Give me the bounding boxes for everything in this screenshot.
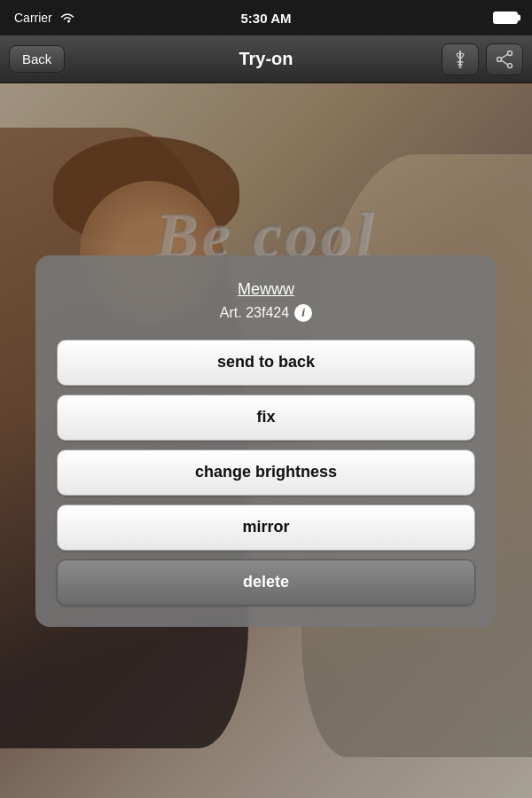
- clean-button[interactable]: [442, 43, 479, 75]
- art-number-row: Art. 23f424 i: [220, 304, 312, 322]
- mirror-button[interactable]: mirror: [57, 505, 475, 551]
- photo-background: Be cool Mewww Art. 23f424 i send to back…: [0, 83, 532, 798]
- status-right: [493, 12, 518, 24]
- mewww-link[interactable]: Mewww: [238, 280, 294, 299]
- status-time: 5:30 AM: [241, 11, 292, 26]
- status-bar: Carrier 5:30 AM: [0, 0, 532, 35]
- svg-point-5: [497, 57, 502, 61]
- send-to-back-button[interactable]: send to back: [57, 340, 475, 386]
- share-button[interactable]: [486, 43, 523, 75]
- status-left: Carrier: [14, 11, 75, 25]
- clean-icon: [450, 50, 470, 69]
- delete-button[interactable]: delete: [57, 559, 475, 606]
- modal-overlay: Mewww Art. 23f424 i send to back fix cha…: [0, 83, 532, 798]
- change-brightness-button[interactable]: change brightness: [57, 450, 475, 496]
- nav-bar: Back Try-on: [0, 35, 532, 83]
- carrier-label: Carrier: [14, 11, 52, 25]
- svg-point-4: [508, 51, 512, 55]
- fix-button[interactable]: fix: [57, 395, 475, 441]
- modal-panel: Mewww Art. 23f424 i send to back fix cha…: [35, 255, 497, 627]
- nav-right-buttons: [442, 43, 523, 75]
- wifi-icon: [59, 12, 75, 24]
- battery-icon: [493, 12, 518, 24]
- back-button[interactable]: Back: [9, 45, 65, 73]
- share-icon: [495, 50, 514, 69]
- svg-line-7: [501, 54, 508, 59]
- svg-line-8: [501, 60, 508, 65]
- svg-point-6: [508, 63, 512, 67]
- info-button[interactable]: i: [294, 304, 312, 322]
- art-number-text: Art. 23f424: [220, 305, 289, 321]
- nav-title: Try-on: [239, 49, 293, 69]
